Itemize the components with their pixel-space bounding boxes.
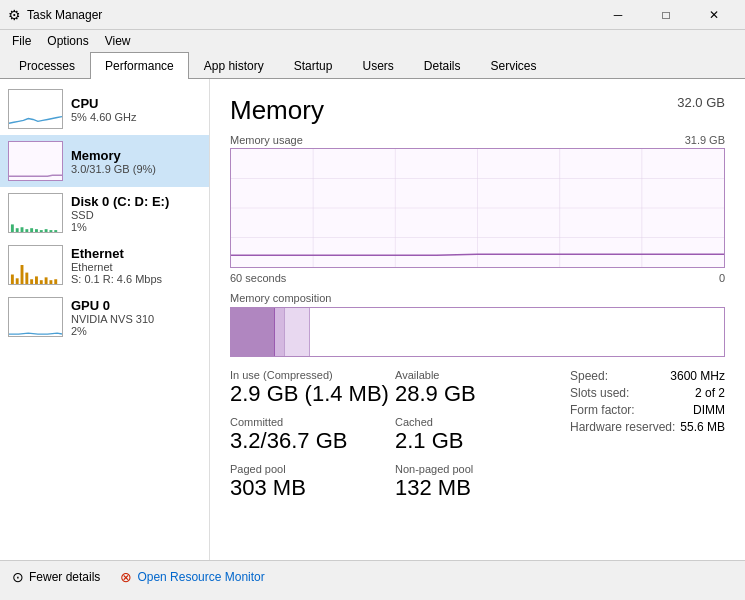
svg-rect-8 <box>40 230 43 232</box>
ethernet-info: Ethernet Ethernet S: 0.1 R: 4.6 Mbps <box>71 246 162 285</box>
app-title: Task Manager <box>27 8 102 22</box>
stat-nonpaged-label: Non-paged pool <box>395 463 560 475</box>
tabs-bar: Processes Performance App history Startu… <box>0 52 745 79</box>
chart-right-label: 31.9 GB <box>685 134 725 146</box>
svg-rect-6 <box>30 228 33 232</box>
open-monitor-label: Open Resource Monitor <box>137 570 264 584</box>
comp-standby <box>285 308 310 356</box>
tab-processes[interactable]: Processes <box>4 52 90 79</box>
stat-slots-row: Slots used: 2 of 2 <box>570 386 725 400</box>
stat-cached-label: Cached <box>395 416 560 428</box>
stat-speed-row: Speed: 3600 MHz <box>570 369 725 383</box>
stat-hw-row: Hardware reserved: 55.6 MB <box>570 420 725 434</box>
disk-chart <box>8 193 63 233</box>
footer: ⊙ Fewer details ⊗ Open Resource Monitor <box>0 560 745 592</box>
stat-paged: Paged pool 303 MB <box>230 463 395 500</box>
stat-speed-label: Speed: <box>570 369 608 383</box>
minimize-button[interactable]: ─ <box>595 5 641 25</box>
sidebar-item-memory[interactable]: Memory 3.0/31.9 GB (9%) <box>0 135 209 187</box>
gpu-info: GPU 0 NVIDIA NVS 310 2% <box>71 298 154 337</box>
titlebar-controls: ─ □ ✕ <box>595 5 737 25</box>
ethernet-chart <box>8 245 63 285</box>
menubar: File Options View <box>0 30 745 52</box>
chart-label-row: Memory usage 31.9 GB <box>230 134 725 146</box>
memory-label: Memory <box>71 148 156 163</box>
main-content: CPU 5% 4.60 GHz Memory 3.0/31.9 GB (9%) <box>0 79 745 560</box>
stat-available-label: Available <box>395 369 560 381</box>
sidebar: CPU 5% 4.60 GHz Memory 3.0/31.9 GB (9%) <box>0 79 210 560</box>
menu-options[interactable]: Options <box>39 32 96 50</box>
memory-usage-section: Memory usage 31.9 GB <box>230 134 725 284</box>
stat-committed-value: 3.2/36.7 GB <box>230 429 395 453</box>
svg-rect-1 <box>9 194 62 232</box>
stat-inuse-label: In use (Compressed) <box>230 369 395 381</box>
maximize-button[interactable]: □ <box>643 5 689 25</box>
open-monitor-icon: ⊗ <box>120 569 132 585</box>
cpu-sub: 5% 4.60 GHz <box>71 111 136 123</box>
stat-hw-value: 55.6 MB <box>680 420 725 434</box>
app-icon: ⚙ <box>8 7 21 23</box>
tab-details[interactable]: Details <box>409 52 476 79</box>
tab-app-history[interactable]: App history <box>189 52 279 79</box>
ethernet-sub2: S: 0.1 R: 4.6 Mbps <box>71 273 162 285</box>
comp-free <box>310 308 724 356</box>
memory-sub: 3.0/31.9 GB (9%) <box>71 163 156 175</box>
disk-sub2: 1% <box>71 221 169 233</box>
cpu-chart <box>8 89 63 129</box>
stat-available: Available 28.9 GB <box>395 369 560 406</box>
stat-inuse: In use (Compressed) 2.9 GB (1.4 MB) <box>230 369 395 406</box>
stats-grid: In use (Compressed) 2.9 GB (1.4 MB) Comm… <box>230 369 725 511</box>
svg-rect-21 <box>49 280 52 284</box>
stat-form-row: Form factor: DIMM <box>570 403 725 417</box>
menu-file[interactable]: File <box>4 32 39 50</box>
titlebar-left: ⚙ Task Manager <box>8 7 102 23</box>
sidebar-item-disk[interactable]: Disk 0 (C: D: E:) SSD 1% <box>0 187 209 239</box>
sidebar-item-gpu[interactable]: GPU 0 NVIDIA NVS 310 2% <box>0 291 209 343</box>
stat-speed-value: 3600 MHz <box>670 369 725 383</box>
gpu-label: GPU 0 <box>71 298 154 313</box>
memory-panel: Memory 32.0 GB Memory usage 31.9 GB <box>210 79 745 560</box>
fewer-details-label: Fewer details <box>29 570 100 584</box>
cpu-label: CPU <box>71 96 136 111</box>
open-monitor-link[interactable]: ⊗ Open Resource Monitor <box>120 569 264 585</box>
ethernet-sub1: Ethernet <box>71 261 162 273</box>
memory-composition-chart <box>230 307 725 357</box>
composition-label: Memory composition <box>230 292 725 304</box>
memory-usage-chart <box>230 148 725 268</box>
menu-view[interactable]: View <box>97 32 139 50</box>
stat-slots-value: 2 of 2 <box>695 386 725 400</box>
cpu-info: CPU 5% 4.60 GHz <box>71 96 136 123</box>
panel-total: 32.0 GB <box>677 95 725 110</box>
stat-paged-label: Paged pool <box>230 463 395 475</box>
svg-rect-5 <box>25 229 28 232</box>
tab-performance[interactable]: Performance <box>90 52 189 79</box>
tab-startup[interactable]: Startup <box>279 52 348 79</box>
tab-services[interactable]: Services <box>476 52 552 79</box>
svg-rect-11 <box>54 230 57 232</box>
sidebar-item-ethernet[interactable]: Ethernet Ethernet S: 0.1 R: 4.6 Mbps <box>0 239 209 291</box>
svg-rect-9 <box>45 229 48 232</box>
stat-nonpaged: Non-paged pool 132 MB <box>395 463 560 500</box>
svg-rect-7 <box>35 229 38 232</box>
tab-users[interactable]: Users <box>347 52 408 79</box>
svg-rect-15 <box>21 265 24 284</box>
close-button[interactable]: ✕ <box>691 5 737 25</box>
chart-time-label: 60 seconds <box>230 272 286 284</box>
fewer-details-icon: ⊙ <box>12 569 24 585</box>
stat-cached-value: 2.1 GB <box>395 429 560 453</box>
svg-rect-4 <box>21 227 24 232</box>
svg-rect-3 <box>16 228 19 232</box>
stat-available-value: 28.9 GB <box>395 382 560 406</box>
stat-form-label: Form factor: <box>570 403 635 417</box>
memory-chart <box>8 141 63 181</box>
sidebar-item-cpu[interactable]: CPU 5% 4.60 GHz <box>0 83 209 135</box>
svg-rect-14 <box>16 278 19 284</box>
memory-info: Memory 3.0/31.9 GB (9%) <box>71 148 156 175</box>
panel-title: Memory <box>230 95 324 126</box>
svg-rect-23 <box>9 298 62 336</box>
svg-rect-18 <box>35 276 38 284</box>
fewer-details-button[interactable]: ⊙ Fewer details <box>12 569 100 585</box>
svg-rect-13 <box>11 275 14 285</box>
svg-rect-22 <box>54 279 57 284</box>
stat-cached: Cached 2.1 GB <box>395 416 560 453</box>
